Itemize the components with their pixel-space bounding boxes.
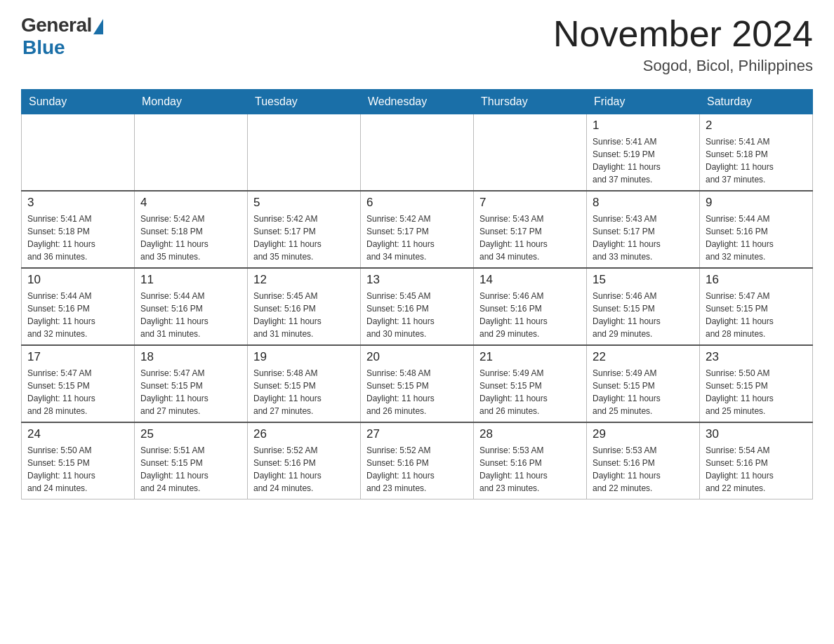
table-row: 1Sunrise: 5:41 AM Sunset: 5:19 PM Daylig…: [587, 114, 700, 192]
calendar-table: Sunday Monday Tuesday Wednesday Thursday…: [21, 89, 813, 499]
day-info: Sunrise: 5:49 AM Sunset: 5:15 PM Dayligh…: [479, 367, 581, 417]
calendar-week-row: 3Sunrise: 5:41 AM Sunset: 5:18 PM Daylig…: [22, 191, 813, 268]
day-info: Sunrise: 5:44 AM Sunset: 5:16 PM Dayligh…: [27, 290, 128, 340]
table-row: 16Sunrise: 5:47 AM Sunset: 5:15 PM Dayli…: [700, 268, 813, 345]
day-info: Sunrise: 5:47 AM Sunset: 5:15 PM Dayligh…: [706, 290, 807, 340]
day-number: 3: [27, 196, 128, 210]
day-number: 7: [479, 196, 581, 210]
table-row: 18Sunrise: 5:47 AM Sunset: 5:15 PM Dayli…: [135, 345, 248, 422]
table-row: 7Sunrise: 5:43 AM Sunset: 5:17 PM Daylig…: [474, 191, 587, 268]
table-row: 10Sunrise: 5:44 AM Sunset: 5:16 PM Dayli…: [22, 268, 135, 345]
day-number: 12: [253, 273, 355, 287]
day-info: Sunrise: 5:42 AM Sunset: 5:17 PM Dayligh…: [253, 213, 355, 263]
day-number: 21: [479, 350, 581, 364]
table-row: 9Sunrise: 5:44 AM Sunset: 5:16 PM Daylig…: [700, 191, 813, 268]
day-number: 24: [27, 427, 128, 441]
table-row: 24Sunrise: 5:50 AM Sunset: 5:15 PM Dayli…: [22, 422, 135, 499]
day-number: 15: [593, 273, 694, 287]
day-info: Sunrise: 5:47 AM Sunset: 5:15 PM Dayligh…: [27, 367, 128, 417]
day-number: 14: [479, 273, 581, 287]
day-number: 29: [593, 427, 694, 441]
table-row: 26Sunrise: 5:52 AM Sunset: 5:16 PM Dayli…: [248, 422, 361, 499]
day-number: 20: [366, 350, 468, 364]
table-row: 4Sunrise: 5:42 AM Sunset: 5:18 PM Daylig…: [135, 191, 248, 268]
logo-triangle-icon: [93, 19, 103, 34]
day-number: 17: [27, 350, 128, 364]
day-info: Sunrise: 5:42 AM Sunset: 5:17 PM Dayligh…: [366, 213, 468, 263]
col-thursday: Thursday: [474, 90, 587, 114]
month-year-title: November 2024: [553, 14, 813, 54]
day-info: Sunrise: 5:49 AM Sunset: 5:15 PM Dayligh…: [593, 367, 694, 417]
table-row: 14Sunrise: 5:46 AM Sunset: 5:16 PM Dayli…: [474, 268, 587, 345]
calendar-header-row: Sunday Monday Tuesday Wednesday Thursday…: [22, 90, 813, 114]
table-row: 5Sunrise: 5:42 AM Sunset: 5:17 PM Daylig…: [248, 191, 361, 268]
day-info: Sunrise: 5:46 AM Sunset: 5:16 PM Dayligh…: [479, 290, 581, 340]
calendar-week-row: 17Sunrise: 5:47 AM Sunset: 5:15 PM Dayli…: [22, 345, 813, 422]
day-number: 23: [706, 350, 807, 364]
day-info: Sunrise: 5:41 AM Sunset: 5:18 PM Dayligh…: [27, 213, 128, 263]
day-number: 19: [253, 350, 355, 364]
col-tuesday: Tuesday: [248, 90, 361, 114]
day-info: Sunrise: 5:46 AM Sunset: 5:15 PM Dayligh…: [593, 290, 694, 340]
day-info: Sunrise: 5:47 AM Sunset: 5:15 PM Dayligh…: [140, 367, 241, 417]
day-number: 4: [140, 196, 241, 210]
table-row: 21Sunrise: 5:49 AM Sunset: 5:15 PM Dayli…: [474, 345, 587, 422]
table-row: [22, 114, 135, 192]
day-number: 22: [593, 350, 694, 364]
day-info: Sunrise: 5:44 AM Sunset: 5:16 PM Dayligh…: [140, 290, 241, 340]
title-block: November 2024 Sogod, Bicol, Philippines: [553, 14, 813, 75]
calendar-week-row: 24Sunrise: 5:50 AM Sunset: 5:15 PM Dayli…: [22, 422, 813, 499]
day-number: 8: [593, 196, 694, 210]
table-row: 28Sunrise: 5:53 AM Sunset: 5:16 PM Dayli…: [474, 422, 587, 499]
table-row: 2Sunrise: 5:41 AM Sunset: 5:18 PM Daylig…: [700, 114, 813, 192]
table-row: 6Sunrise: 5:42 AM Sunset: 5:17 PM Daylig…: [361, 191, 474, 268]
table-row: 27Sunrise: 5:52 AM Sunset: 5:16 PM Dayli…: [361, 422, 474, 499]
col-wednesday: Wednesday: [361, 90, 474, 114]
day-info: Sunrise: 5:50 AM Sunset: 5:15 PM Dayligh…: [27, 444, 128, 495]
day-number: 16: [706, 273, 807, 287]
page-header: General Blue November 2024 Sogod, Bicol,…: [21, 14, 813, 75]
col-friday: Friday: [587, 90, 700, 114]
table-row: 19Sunrise: 5:48 AM Sunset: 5:15 PM Dayli…: [248, 345, 361, 422]
day-info: Sunrise: 5:51 AM Sunset: 5:15 PM Dayligh…: [140, 444, 241, 495]
day-info: Sunrise: 5:41 AM Sunset: 5:18 PM Dayligh…: [706, 135, 807, 186]
calendar-week-row: 1Sunrise: 5:41 AM Sunset: 5:19 PM Daylig…: [22, 114, 813, 192]
table-row: 12Sunrise: 5:45 AM Sunset: 5:16 PM Dayli…: [248, 268, 361, 345]
table-row: [361, 114, 474, 192]
day-info: Sunrise: 5:41 AM Sunset: 5:19 PM Dayligh…: [593, 135, 694, 186]
table-row: [248, 114, 361, 192]
day-number: 26: [253, 427, 355, 441]
day-number: 25: [140, 427, 241, 441]
table-row: 29Sunrise: 5:53 AM Sunset: 5:16 PM Dayli…: [587, 422, 700, 499]
table-row: 22Sunrise: 5:49 AM Sunset: 5:15 PM Dayli…: [587, 345, 700, 422]
location-subtitle: Sogod, Bicol, Philippines: [553, 57, 813, 75]
day-info: Sunrise: 5:45 AM Sunset: 5:16 PM Dayligh…: [253, 290, 355, 340]
day-number: 6: [366, 196, 468, 210]
day-info: Sunrise: 5:53 AM Sunset: 5:16 PM Dayligh…: [479, 444, 581, 495]
calendar-week-row: 10Sunrise: 5:44 AM Sunset: 5:16 PM Dayli…: [22, 268, 813, 345]
table-row: [135, 114, 248, 192]
day-number: 1: [593, 119, 694, 133]
day-number: 9: [706, 196, 807, 210]
table-row: 23Sunrise: 5:50 AM Sunset: 5:15 PM Dayli…: [700, 345, 813, 422]
table-row: 13Sunrise: 5:45 AM Sunset: 5:16 PM Dayli…: [361, 268, 474, 345]
day-info: Sunrise: 5:48 AM Sunset: 5:15 PM Dayligh…: [366, 367, 468, 417]
logo: General Blue: [21, 14, 103, 59]
table-row: 25Sunrise: 5:51 AM Sunset: 5:15 PM Dayli…: [135, 422, 248, 499]
day-info: Sunrise: 5:43 AM Sunset: 5:17 PM Dayligh…: [479, 213, 581, 263]
day-info: Sunrise: 5:42 AM Sunset: 5:18 PM Dayligh…: [140, 213, 241, 263]
day-number: 5: [253, 196, 355, 210]
logo-blue-text: Blue: [22, 36, 65, 59]
table-row: 8Sunrise: 5:43 AM Sunset: 5:17 PM Daylig…: [587, 191, 700, 268]
logo-general-text: General: [21, 14, 92, 36]
day-info: Sunrise: 5:50 AM Sunset: 5:15 PM Dayligh…: [706, 367, 807, 417]
day-number: 27: [366, 427, 468, 441]
day-number: 10: [27, 273, 128, 287]
table-row: 3Sunrise: 5:41 AM Sunset: 5:18 PM Daylig…: [22, 191, 135, 268]
day-info: Sunrise: 5:43 AM Sunset: 5:17 PM Dayligh…: [593, 213, 694, 263]
day-info: Sunrise: 5:52 AM Sunset: 5:16 PM Dayligh…: [366, 444, 468, 495]
day-info: Sunrise: 5:53 AM Sunset: 5:16 PM Dayligh…: [593, 444, 694, 495]
table-row: [474, 114, 587, 192]
table-row: 11Sunrise: 5:44 AM Sunset: 5:16 PM Dayli…: [135, 268, 248, 345]
table-row: 30Sunrise: 5:54 AM Sunset: 5:16 PM Dayli…: [700, 422, 813, 499]
